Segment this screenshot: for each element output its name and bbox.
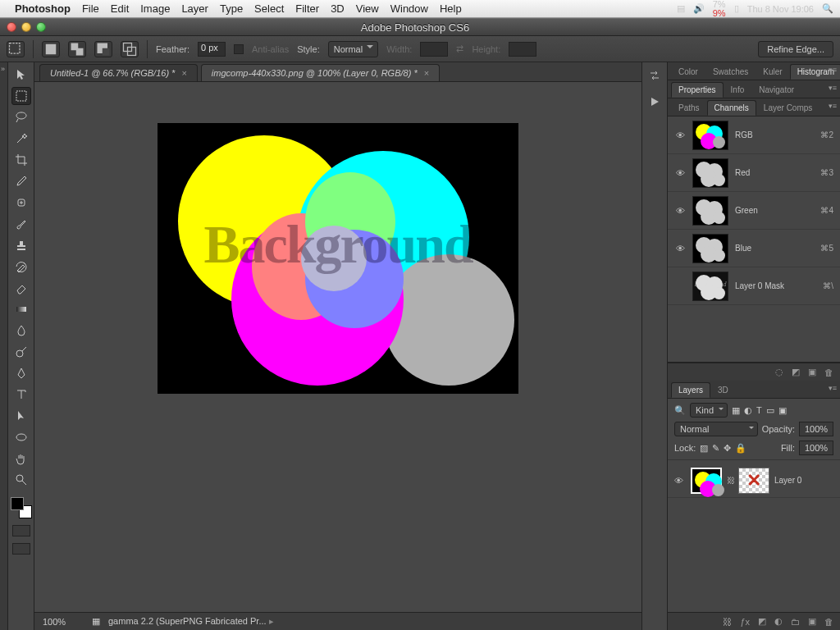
panel-menu-icon[interactable]: ▾≡ xyxy=(829,384,837,392)
left-gutter[interactable] xyxy=(0,62,8,630)
hand-tool-icon[interactable] xyxy=(11,450,31,468)
close-tab-icon[interactable]: × xyxy=(424,68,429,78)
menu-image[interactable]: Image xyxy=(140,2,170,15)
eyedropper-tool-icon[interactable] xyxy=(11,172,31,190)
path-select-tool-icon[interactable] xyxy=(11,407,31,425)
tab-3d[interactable]: 3D xyxy=(710,382,736,398)
crop-tool-icon[interactable] xyxy=(11,151,31,169)
blend-mode-select[interactable]: Normal xyxy=(674,422,758,436)
panel-menu-icon[interactable]: ▾≡ xyxy=(829,102,837,110)
selection-add-icon[interactable] xyxy=(68,41,86,57)
brush-tool-icon[interactable] xyxy=(11,215,31,233)
volume-icon[interactable]: 🔊 xyxy=(693,3,705,14)
panel-menu-icon[interactable]: ▾≡ xyxy=(829,84,837,92)
feather-input[interactable]: 0 px xyxy=(198,42,226,57)
new-group-icon[interactable]: 🗀 xyxy=(791,617,800,627)
menu-app[interactable]: Photoshop xyxy=(15,2,71,15)
layer-row-0[interactable]: 👁 ⛓ Layer 0 xyxy=(668,463,840,498)
channel-green[interactable]: 👁 Green⌘4 xyxy=(668,192,840,230)
load-selection-icon[interactable]: ◌ xyxy=(775,367,783,377)
lock-position-icon[interactable]: ✥ xyxy=(724,443,731,454)
channel-blue[interactable]: 👁 Blue⌘5 xyxy=(668,230,840,267)
filter-type-icon[interactable]: T xyxy=(756,405,762,416)
dodge-tool-icon[interactable] xyxy=(11,343,31,361)
tab-kuler[interactable]: Kuler xyxy=(756,64,789,80)
menu-layer[interactable]: Layer xyxy=(181,2,208,15)
delete-channel-icon[interactable]: 🗑 xyxy=(824,368,833,377)
tab-navigator[interactable]: Navigator xyxy=(751,82,801,98)
visibility-icon[interactable]: 👁 xyxy=(674,243,686,254)
add-mask-icon[interactable]: ◩ xyxy=(758,616,766,627)
status-info[interactable]: gamma 2.2 (SuperPNG Fabricated Pr... xyxy=(108,616,633,627)
menu-view[interactable]: View xyxy=(356,2,379,15)
menu-type[interactable]: Type xyxy=(220,2,243,15)
tab-color[interactable]: Color xyxy=(671,64,705,80)
refine-edge-button[interactable]: Refine Edge... xyxy=(758,41,833,57)
canvas[interactable]: Background xyxy=(158,123,518,394)
channel-red[interactable]: 👁 Red⌘3 xyxy=(668,154,840,192)
lock-transparent-icon[interactable]: ▨ xyxy=(700,443,708,454)
eraser-tool-icon[interactable] xyxy=(11,279,31,297)
layer-filter-select[interactable]: Kind xyxy=(690,403,728,418)
selection-intersect-icon[interactable] xyxy=(121,41,139,57)
opacity-input[interactable]: 100% xyxy=(799,422,833,436)
doc-tab-1[interactable]: imgcomp-440x330.png @ 100% (Layer 0, RGB… xyxy=(201,64,440,81)
lock-all-icon[interactable]: 🔒 xyxy=(735,443,746,454)
new-adjustment-icon[interactable]: ◐ xyxy=(774,616,783,627)
layer-thumb[interactable] xyxy=(691,468,722,494)
menu-3d[interactable]: 3D xyxy=(331,2,345,15)
menu-select[interactable]: Select xyxy=(254,2,284,15)
blur-tool-icon[interactable] xyxy=(11,322,31,340)
battery-icon[interactable]: ▯ xyxy=(734,3,739,14)
wand-tool-icon[interactable] xyxy=(11,130,31,148)
lasso-tool-icon[interactable] xyxy=(11,108,31,126)
status-icon[interactable]: ▦ xyxy=(92,616,100,627)
doc-tab-0[interactable]: Untitled-1 @ 66.7% (RGB/16) *× xyxy=(39,64,198,81)
close-tab-icon[interactable]: × xyxy=(181,68,186,78)
tab-properties[interactable]: Properties xyxy=(671,82,724,98)
channel-rgb[interactable]: 👁 RGB⌘2 xyxy=(668,116,840,154)
pen-tool-icon[interactable] xyxy=(11,364,31,382)
spotlight-icon[interactable]: 🔍 xyxy=(822,3,833,14)
visibility-icon[interactable]: 👁 xyxy=(674,205,686,217)
menu-file[interactable]: File xyxy=(82,2,99,15)
healing-tool-icon[interactable] xyxy=(11,194,31,212)
shape-tool-icon[interactable] xyxy=(11,428,31,446)
zoom-icon[interactable] xyxy=(36,22,46,32)
gradient-tool-icon[interactable] xyxy=(11,300,31,318)
minimize-icon[interactable] xyxy=(21,22,31,32)
stamp-tool-icon[interactable] xyxy=(11,236,31,254)
tab-channels[interactable]: Channels xyxy=(707,100,756,116)
channel-layer0-mask[interactable]: 👁 Background Layer 0 Mask⌘\ xyxy=(668,267,840,305)
filter-shape-icon[interactable]: ▭ xyxy=(766,405,774,416)
mask-link-icon[interactable]: ⛓ xyxy=(727,476,733,485)
visibility-icon[interactable]: 👁 xyxy=(674,476,686,486)
swap-panel-icon[interactable] xyxy=(648,69,661,84)
tab-layercomps[interactable]: Layer Comps xyxy=(756,100,819,116)
new-layer-icon[interactable]: ▣ xyxy=(808,616,816,627)
history-brush-tool-icon[interactable] xyxy=(11,258,31,276)
layer-fx-icon[interactable]: ƒx xyxy=(740,617,750,627)
lock-pixels-icon[interactable]: ✎ xyxy=(712,443,719,454)
tab-swatches[interactable]: Swatches xyxy=(705,64,756,80)
panel-menu-icon[interactable]: ▾≡ xyxy=(829,66,837,74)
selection-new-icon[interactable] xyxy=(42,41,60,57)
tab-layers[interactable]: Layers xyxy=(671,382,710,398)
delete-layer-icon[interactable]: 🗑 xyxy=(824,617,833,627)
zoom-tool-icon[interactable] xyxy=(11,471,31,489)
play-panel-icon[interactable] xyxy=(648,95,661,110)
layer-name[interactable]: Layer 0 xyxy=(774,476,833,485)
tab-info[interactable]: Info xyxy=(724,82,752,98)
layer-mask-thumb[interactable] xyxy=(738,468,769,494)
tab-paths[interactable]: Paths xyxy=(671,100,707,116)
menubar-extras-icon[interactable]: ▤ xyxy=(677,3,685,14)
menu-edit[interactable]: Edit xyxy=(111,2,129,15)
fill-input[interactable]: 100% xyxy=(799,441,833,455)
visibility-icon[interactable]: 👁 xyxy=(674,130,686,141)
tool-preset-icon[interactable] xyxy=(7,41,25,57)
link-layers-icon[interactable]: ⛓ xyxy=(723,617,732,627)
style-select[interactable]: Normal xyxy=(328,41,378,57)
visibility-icon[interactable]: 👁 xyxy=(674,167,686,179)
filter-pixel-icon[interactable]: ▦ xyxy=(732,405,740,416)
menu-filter[interactable]: Filter xyxy=(295,2,319,15)
